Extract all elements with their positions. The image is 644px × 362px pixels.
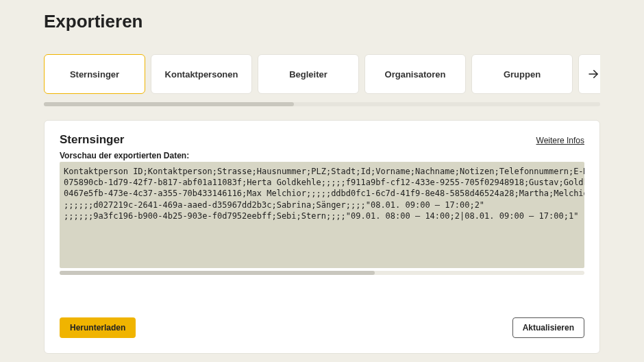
tabs-wrapper: Sternsinger Kontaktpersonen Begleiter Or… [44, 54, 600, 106]
preview-box: Kontaktperson ID;Kontaktperson;Strasse;H… [60, 162, 584, 268]
tab-label: Gruppen [504, 69, 541, 80]
preview-scrollbar[interactable] [60, 271, 584, 275]
page-title: Exportieren [44, 11, 600, 32]
card-footer: Herunterladen Aktualisieren [60, 317, 584, 338]
tab-label: Begleiter [289, 69, 327, 80]
download-button[interactable]: Herunterladen [60, 317, 136, 338]
card-title: Sternsinger [60, 133, 124, 147]
tab-label: Sternsinger [70, 69, 119, 80]
preview-label: Vorschau der exportierten Daten: [60, 151, 584, 160]
card-header: Sternsinger Weitere Infos [60, 133, 584, 147]
refresh-button[interactable]: Aktualisieren [512, 317, 584, 338]
tab-sternsinger[interactable]: Sternsinger [44, 54, 145, 94]
tab-label: Organisatoren [385, 69, 446, 80]
tabs-scrollbar-thumb[interactable] [44, 102, 294, 106]
arrow-right-icon [587, 68, 599, 80]
tabs-next-button[interactable] [578, 54, 600, 94]
preview-scrollbar-thumb[interactable] [60, 271, 375, 275]
more-info-link[interactable]: Weitere Infos [536, 136, 584, 145]
preview-box-wrapper: Kontaktperson ID;Kontaktperson;Strasse;H… [60, 162, 584, 275]
tabs-scrollbar[interactable] [44, 102, 600, 106]
tab-kontaktpersonen[interactable]: Kontaktpersonen [151, 54, 252, 94]
export-card: Sternsinger Weitere Infos Vorschau der e… [44, 120, 600, 354]
tabs-row: Sternsinger Kontaktpersonen Begleiter Or… [44, 54, 600, 99]
tab-begleiter[interactable]: Begleiter [258, 54, 359, 94]
tab-gruppen[interactable]: Gruppen [471, 54, 573, 94]
tab-label: Kontaktpersonen [165, 69, 238, 80]
tab-organisatoren[interactable]: Organisatoren [364, 54, 466, 94]
